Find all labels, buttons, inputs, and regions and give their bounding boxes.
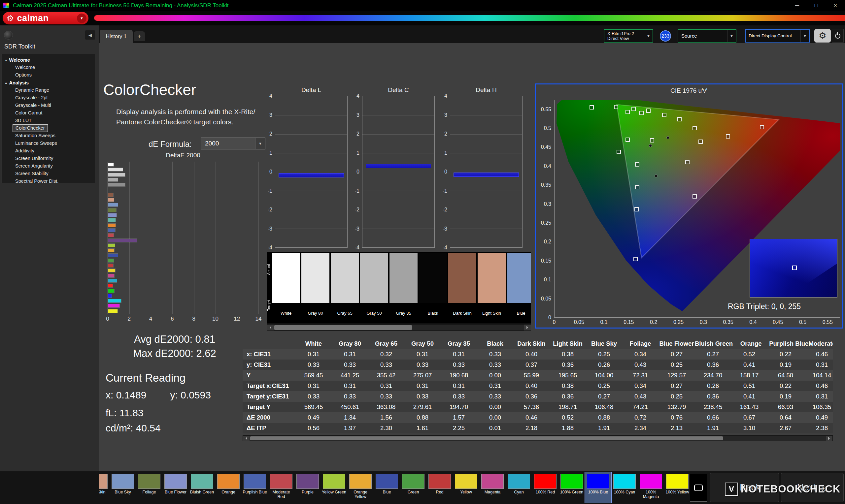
sidebar-item-welcome[interactable]: Welcome [2, 64, 95, 71]
scrollbar-track[interactable] [274, 325, 524, 330]
pattern-moderate-red[interactable]: Moderate Red [268, 472, 295, 503]
pattern-blue[interactable]: Blue [374, 472, 400, 503]
pattern-magenta[interactable]: Magenta [479, 472, 506, 503]
scroll-right-button[interactable] [524, 325, 531, 330]
tab-history-1[interactable]: History 1 [100, 30, 133, 43]
sidebar-item-3d-lut[interactable]: 3D LUT [2, 117, 95, 124]
sidebar-item-screen-uniformity[interactable]: Screen Uniformity [2, 155, 95, 162]
pattern-light-skin[interactable]: Light Skin [99, 472, 110, 503]
pattern-100-red[interactable]: 100% Red [532, 472, 559, 503]
pattern-100-green[interactable]: 100% Green [559, 472, 585, 503]
next-button[interactable]: Next » [781, 473, 844, 502]
pattern-100-blue[interactable]: 100% Blue [585, 472, 611, 503]
back-button[interactable]: « Back [710, 473, 779, 502]
scrollbar-thumb[interactable] [250, 436, 723, 440]
brand-dropdown-icon[interactable]: ▼ [77, 14, 87, 23]
patch-color [296, 474, 319, 489]
table-cell: 0.52 [550, 414, 586, 421]
axis-tick-label: 12 [234, 316, 240, 322]
sidebar-item-grayscale-multi[interactable]: Grayscale - Multi [2, 102, 95, 109]
deltae-bar-moderate-red [108, 234, 113, 237]
swatch-color [507, 253, 531, 303]
sidebar-item-colorchecker[interactable]: ColorChecker [13, 125, 48, 132]
gridline [363, 115, 434, 115]
sidebar-collapse-button[interactable]: ◀ [85, 30, 95, 40]
display-control-select[interactable]: Direct Display Control ▼ [745, 29, 810, 42]
table-cell: 0.34 [622, 350, 658, 358]
add-tab-button[interactable]: + [134, 31, 145, 41]
patch-color [534, 474, 557, 489]
current-reading-label: Current Reading [106, 372, 186, 384]
pattern-orange[interactable]: Orange [215, 472, 242, 503]
scroll-right-icon [527, 326, 530, 329]
pattern-yellow-green[interactable]: Yellow Green [321, 472, 347, 503]
swatch-scrollbar[interactable] [267, 324, 531, 331]
pattern-blue-sky[interactable]: Blue Sky [110, 472, 136, 503]
axis-tick-label: 6 [171, 316, 174, 322]
scroll-left-button[interactable] [267, 325, 274, 330]
pattern-red[interactable]: Red [426, 472, 453, 503]
scrollbar-track[interactable] [249, 436, 826, 441]
settings-button[interactable]: ⚙ [814, 29, 831, 42]
calman-menu-button[interactable]: ⚙ calman ▼ [3, 12, 88, 24]
maximize-button[interactable]: □ [807, 0, 826, 11]
cie-x-axis: 00.050.10.150.20.250.30.350.40.450.50.55 [554, 319, 840, 326]
scroll-right-button[interactable] [826, 436, 832, 441]
sidebar-item-screen-angularity[interactable]: Screen Angularity [2, 162, 95, 170]
sidebar-item-screen-stability[interactable]: Screen Stability [2, 170, 95, 178]
pattern-blue-flower[interactable]: Blue Flower [162, 472, 189, 503]
pattern-100-cyan[interactable]: 100% Cyan [611, 472, 638, 503]
de-formula-select[interactable]: 2000 ▼ [201, 138, 265, 149]
minimize-button[interactable]: ─ [788, 0, 807, 11]
close-button[interactable]: × [826, 0, 845, 11]
pattern-window-button[interactable] [690, 474, 707, 502]
pattern-green[interactable]: Green [400, 472, 426, 503]
sidebar-item-luminance-sweeps[interactable]: Luminance Sweeps [2, 140, 95, 147]
pattern-purple[interactable]: Purple [295, 472, 321, 503]
table-cell: 104.14 [804, 372, 833, 379]
sidebar-group-analysis[interactable]: ▴Analysis [2, 79, 95, 86]
deltae-bar-orange-yellow [108, 249, 114, 252]
results-table-body: x: CIE310.310.310.320.310.310.330.400.38… [243, 349, 833, 433]
target-marker [760, 125, 764, 129]
sidebar-group-welcome[interactable]: ▴Welcome [2, 56, 95, 64]
deltae-bar-100-cyan [108, 299, 121, 303]
row-label: Target x:CIE31 [243, 382, 295, 390]
axis-tick-label: 4 [269, 93, 272, 99]
sidebar-item-spectral-power-dist[interactable]: Spectral Power Dist. [2, 178, 95, 183]
scrollbar-thumb[interactable] [274, 325, 412, 330]
pattern-yellow[interactable]: Yellow [453, 472, 479, 503]
chevron-down-icon[interactable]: ▼ [800, 30, 809, 42]
chevron-down-icon[interactable]: ▼ [644, 30, 653, 42]
power-button[interactable] [832, 29, 844, 42]
sidebar-item-additivity[interactable]: Additivity [2, 147, 95, 155]
deltae-bar-dark-skin [108, 193, 113, 197]
measurement-marker [649, 144, 652, 147]
workflow-icon[interactable] [4, 31, 13, 40]
meter-select[interactable]: X-Rite i1Pro 2 Direct View ▼ [604, 29, 653, 42]
patch-color [481, 474, 504, 489]
description-line: Display analysis is performed with the X… [116, 107, 255, 117]
de-formula-value: 2000 [205, 140, 219, 147]
pattern-orange-yellow[interactable]: Orange Yellow [347, 472, 374, 503]
pattern-bluish-green[interactable]: Bluish Green [189, 472, 215, 503]
pattern-foliage[interactable]: Foliage [136, 472, 162, 503]
table-scrollbar[interactable] [243, 435, 833, 441]
sidebar-item-grayscale-2pt[interactable]: Grayscale - 2pt [2, 94, 95, 102]
scroll-left-button[interactable] [243, 436, 249, 441]
chevron-down-icon[interactable]: ▼ [727, 30, 736, 42]
sidebar-item-color-gamut[interactable]: Color Gamut [2, 109, 95, 117]
pattern-purplish-blue[interactable]: Purplish Blue [242, 472, 268, 503]
table-cell: 0.26 [586, 361, 622, 368]
source-select[interactable]: Source ▼ [677, 29, 736, 42]
target-marker [634, 207, 639, 212]
table-cell: 0.00 [477, 403, 513, 411]
pattern-100-yellow[interactable]: 100% Yellow [664, 472, 690, 503]
table-row-e-itp: ΔE ITP0.561.972.301.612.250.012.181.881.… [243, 423, 833, 433]
swatch-label: Gray 80 [307, 311, 323, 316]
pattern-cyan[interactable]: Cyan [506, 472, 532, 503]
sidebar-item-dynamic-range[interactable]: Dynamic Range [2, 86, 95, 94]
sidebar-item-options[interactable]: Options [2, 71, 95, 79]
pattern-100-magenta[interactable]: 100% Magenta [638, 472, 664, 503]
sidebar-item-saturation-sweeps[interactable]: Saturation Sweeps [2, 132, 95, 140]
